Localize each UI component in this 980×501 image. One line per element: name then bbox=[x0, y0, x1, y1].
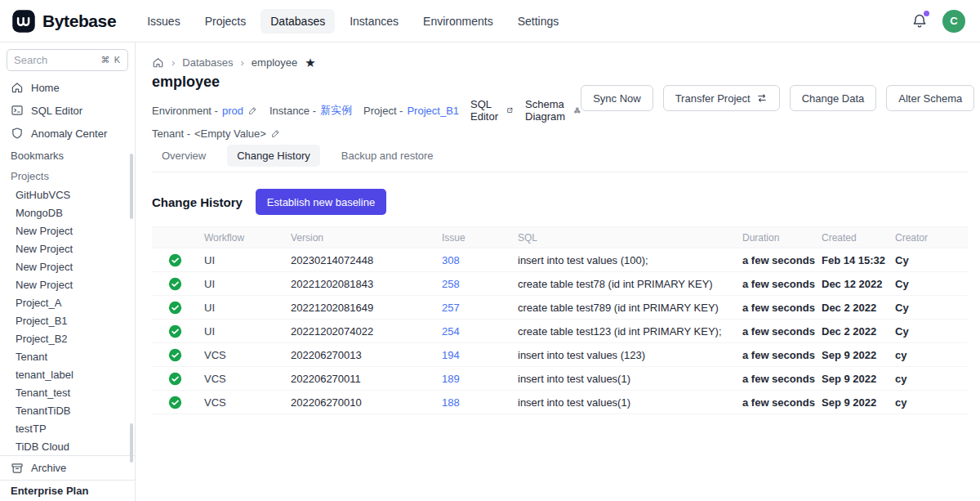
sidebar-item-label: Home bbox=[31, 82, 60, 94]
workflow-cell: UI bbox=[198, 278, 284, 290]
sidebar-project-mongodb[interactable]: MongoDB bbox=[0, 204, 135, 221]
issue-link[interactable]: 188 bbox=[435, 396, 511, 409]
change-data-button[interactable]: Change Data bbox=[790, 85, 877, 111]
column-header-workflow: Workflow bbox=[198, 232, 284, 244]
tab-overview[interactable]: Overview bbox=[152, 145, 216, 167]
sync-now-button[interactable]: Sync Now bbox=[581, 85, 653, 111]
establish-baseline-button[interactable]: Establish new baseline bbox=[256, 189, 386, 215]
duration-cell: a few seconds bbox=[736, 325, 815, 338]
status-success-icon bbox=[152, 396, 198, 409]
project-link[interactable]: Project_B1 bbox=[407, 105, 459, 117]
table-row[interactable]: UI20221202081843258create table test78 (… bbox=[152, 272, 968, 296]
sidebar-project-project-b2[interactable]: Project_B2 bbox=[0, 329, 135, 347]
edit-tenant-pencil-icon[interactable] bbox=[270, 128, 281, 139]
breadcrumb-current: employee bbox=[252, 56, 297, 69]
environment-link[interactable]: prod bbox=[222, 105, 243, 117]
topnav-item-issues[interactable]: Issues bbox=[137, 9, 189, 34]
sidebar-project-project-b1[interactable]: Project_B1 bbox=[0, 311, 135, 329]
created-cell: Dec 12 2022 bbox=[815, 278, 889, 290]
sidebar-item-anomaly-center[interactable]: Anomaly Center bbox=[0, 122, 135, 145]
version-cell: 202206270011 bbox=[284, 373, 435, 385]
version-cell: 20221202074022 bbox=[284, 325, 435, 338]
notifications-bell-icon[interactable] bbox=[911, 13, 928, 29]
sql-editor-icon bbox=[11, 104, 24, 117]
created-cell: Sep 9 2022 bbox=[815, 396, 889, 409]
topnav-item-databases[interactable]: Databases bbox=[261, 9, 335, 34]
duration-cell: a few seconds bbox=[736, 302, 815, 314]
top-nav: IssuesProjectsDatabasesInstancesEnvironm… bbox=[137, 9, 911, 34]
creator-cell: cy bbox=[889, 396, 968, 409]
table-row[interactable]: VCS202206270011189insert into test value… bbox=[152, 367, 968, 391]
table-row[interactable]: UI20221202081649257create table test789 … bbox=[152, 296, 968, 320]
breadcrumb-home-icon[interactable] bbox=[152, 56, 164, 69]
section-title: Change History bbox=[152, 195, 243, 209]
column-header-issue: Issue bbox=[435, 232, 511, 244]
search-input[interactable] bbox=[14, 54, 87, 66]
schema-diagram-shortcut[interactable]: Schema Diagram bbox=[525, 98, 581, 123]
sidebar-project-project-a[interactable]: Project_A bbox=[0, 293, 135, 311]
tenant-value: <Empty Value> bbox=[194, 127, 266, 140]
home-icon bbox=[11, 81, 24, 94]
status-success-icon bbox=[152, 372, 198, 386]
topnav-item-instances[interactable]: Instances bbox=[340, 9, 408, 34]
sidebar-project-new-project[interactable]: New Project bbox=[0, 275, 135, 293]
issue-link[interactable]: 254 bbox=[435, 325, 511, 338]
sidebar-scrollbar-thumb-lower[interactable] bbox=[130, 423, 133, 463]
sidebar-project-tenanttidb[interactable]: TenantTiDB bbox=[0, 401, 135, 419]
sidebar-project-tidb-cloud[interactable]: TiDB Cloud bbox=[0, 437, 135, 455]
instance-link[interactable]: 新实例 bbox=[320, 103, 352, 118]
sidebar-project-new-project[interactable]: New Project bbox=[0, 257, 135, 275]
creator-cell: Cy bbox=[889, 278, 968, 290]
table-row[interactable]: UI20221202074022254create table test123 … bbox=[152, 320, 968, 343]
bytebase-brand[interactable]: Bytebase bbox=[11, 9, 116, 34]
sidebar-scrollbar-thumb[interactable] bbox=[130, 154, 133, 219]
table-row[interactable]: VCS202206270010188insert into test value… bbox=[152, 391, 968, 414]
sidebar-item-label: SQL Editor bbox=[31, 105, 82, 117]
topnav-item-projects[interactable]: Projects bbox=[195, 9, 256, 34]
breadcrumb-databases[interactable]: Databases bbox=[182, 56, 233, 69]
bookmark-star-icon[interactable]: ★ bbox=[305, 56, 315, 69]
alter-schema-button[interactable]: Alter Schema bbox=[886, 85, 974, 111]
issue-link[interactable]: 257 bbox=[435, 302, 511, 314]
issue-link[interactable]: 189 bbox=[435, 373, 511, 385]
table-row[interactable]: VCS202206270013194insert into test value… bbox=[152, 343, 968, 367]
instance-label: Instance - bbox=[270, 105, 316, 117]
sidebar-item-archive[interactable]: Archive bbox=[0, 455, 135, 480]
created-cell: Feb 14 15:32 bbox=[815, 254, 889, 266]
meta-line-1: Environment - prod Instance - 新实例 Projec… bbox=[152, 98, 581, 123]
sidebar: ⌘ K Home SQL Editor Anomaly Center Bookm… bbox=[0, 42, 136, 501]
workflow-cell: UI bbox=[198, 325, 284, 338]
page-header: employee Environment - prod Instance - 新… bbox=[152, 72, 968, 140]
sidebar-search[interactable]: ⌘ K bbox=[7, 49, 128, 71]
environment-meta: Environment - prod bbox=[152, 105, 258, 117]
tab-backup-and-restore[interactable]: Backup and restore bbox=[332, 145, 443, 167]
page-header-left: employee Environment - prod Instance - 新… bbox=[152, 72, 581, 140]
transfer-project-button[interactable]: Transfer Project bbox=[663, 85, 780, 111]
issue-link[interactable]: 258 bbox=[435, 278, 511, 290]
table-row[interactable]: UI20230214072448308insert into test valu… bbox=[152, 248, 968, 272]
edit-environment-pencil-icon[interactable] bbox=[247, 105, 258, 116]
topnav-item-settings[interactable]: Settings bbox=[508, 9, 569, 34]
issue-link[interactable]: 194 bbox=[435, 349, 511, 361]
duration-cell: a few seconds bbox=[736, 254, 815, 266]
sidebar-project-githubvcs[interactable]: GitHubVCS bbox=[0, 186, 135, 204]
tab-change-history[interactable]: Change History bbox=[227, 145, 320, 167]
duration-cell: a few seconds bbox=[736, 373, 815, 385]
meta-line-2: Tenant - <Empty Value> bbox=[152, 127, 581, 140]
user-avatar[interactable]: C bbox=[942, 10, 965, 33]
sidebar-section-projects: Projects bbox=[0, 166, 135, 186]
sidebar-plan-label[interactable]: Enterprise Plan bbox=[0, 480, 135, 501]
topnav-item-environments[interactable]: Environments bbox=[413, 9, 503, 34]
sidebar-item-sql-editor[interactable]: SQL Editor bbox=[0, 99, 135, 122]
created-cell: Sep 9 2022 bbox=[815, 349, 889, 361]
sidebar-project-new-project[interactable]: New Project bbox=[0, 221, 135, 239]
sidebar-project-tenant-test[interactable]: Tenant_test bbox=[0, 383, 135, 401]
sidebar-project-tenant[interactable]: Tenant bbox=[0, 347, 135, 365]
sidebar-project-tenant-label[interactable]: tenant_label bbox=[0, 365, 135, 383]
sidebar-item-home[interactable]: Home bbox=[0, 76, 135, 99]
sidebar-project-new-project[interactable]: New Project bbox=[0, 239, 135, 257]
sql-editor-shortcut[interactable]: SQL Editor bbox=[470, 98, 514, 123]
sidebar-project-testtp[interactable]: testTP bbox=[0, 419, 135, 437]
sql-cell: insert into test values(1) bbox=[511, 373, 736, 385]
issue-link[interactable]: 308 bbox=[435, 254, 511, 266]
